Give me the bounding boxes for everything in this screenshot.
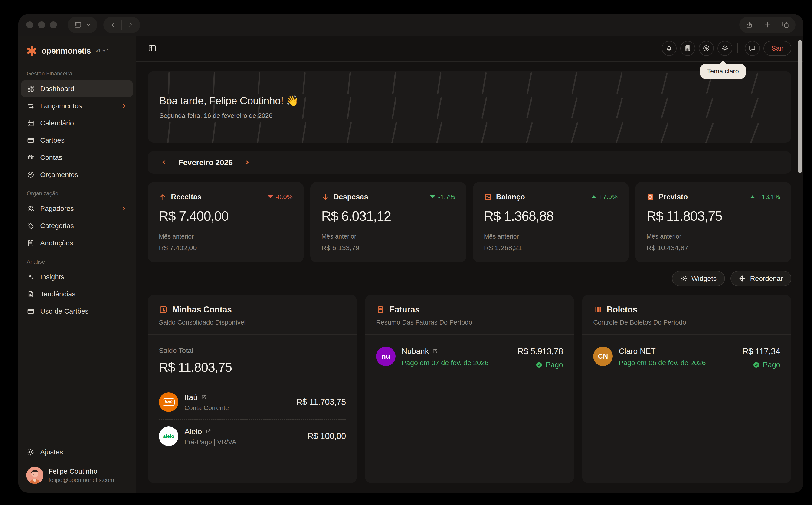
account-name: Alelo	[184, 427, 202, 436]
close-window-button[interactable]	[26, 21, 33, 28]
stat-card-despesas: Despesas -1.7% R$ 6.031,12 Mês anterior …	[310, 182, 466, 263]
widget-subtitle: Controle De Boletos Do Período	[593, 319, 780, 326]
dashboard-grid-icon	[27, 85, 35, 93]
bill-paid-date: Pago em 06 de fev. de 2026	[619, 359, 706, 367]
external-link-icon[interactable]	[205, 428, 211, 435]
invoice-row-nubank: nu Nubank	[376, 347, 563, 369]
sidebar-item-label: Tendências	[40, 290, 75, 298]
app-version: v1.5.1	[95, 48, 110, 54]
stat-title: Previsto	[658, 193, 688, 201]
stat-title: Receitas	[171, 193, 202, 201]
alelo-logo: alelo	[159, 427, 178, 446]
month-selector: Fevereiro 2026	[148, 151, 791, 174]
logout-button[interactable]: Sair	[764, 41, 791, 56]
app-window: openmonetis v1.5.1 Gestão Financeira Das…	[18, 14, 803, 493]
sidebar-item-label: Cartões	[40, 136, 64, 144]
stat-prev-label: Mês anterior	[322, 233, 455, 240]
section-label-analise: Análise	[21, 251, 133, 268]
chevron-right-icon	[120, 205, 127, 212]
stat-prev-value: R$ 6.133,79	[322, 244, 455, 252]
calculator-button[interactable]	[680, 41, 695, 56]
sidebar-item-label: Anotações	[40, 239, 73, 247]
sidebar-item-label: Insights	[40, 273, 64, 281]
sidebar-collapse-icon[interactable]	[148, 44, 157, 53]
widget-subtitle: Saldo Consolidado Disponível	[159, 319, 346, 326]
stat-prev-value: R$ 7.402,00	[159, 244, 293, 252]
sidebar-item-tendencias[interactable]: Tendências	[21, 286, 133, 303]
sidebar-item-orcamentos[interactable]: Orçamentos	[21, 166, 133, 183]
credit-card-icon	[27, 136, 35, 144]
widget-actions: Widgets Reordenar	[148, 271, 791, 286]
topbar-actions: Sair	[658, 41, 791, 56]
stat-prev-label: Mês anterior	[159, 233, 293, 240]
account-value: R$ 11.703,75	[296, 397, 346, 407]
bar-chart-icon	[159, 305, 168, 314]
stat-card-receitas: Receitas -0.0% R$ 7.400,00 Mês anterior …	[148, 182, 304, 263]
sidebar-item-calendario[interactable]: Calendário	[21, 115, 133, 132]
user-email: felipe@openmonetis.com	[48, 477, 114, 483]
sidebar-item-label: Ajustes	[40, 448, 63, 456]
user-profile[interactable]: Felipe Coutinho felipe@openmonetis.com	[21, 461, 133, 486]
sidebar-item-pagadores[interactable]: Pagadores	[21, 200, 133, 217]
calendar-icon	[27, 119, 35, 127]
tab-overview-icon[interactable]	[782, 21, 790, 29]
sidebar-item-label: Categorias	[40, 222, 74, 230]
saldo-total-value: R$ 11.803,75	[159, 360, 346, 375]
sidebar-item-categorias[interactable]: Categorias	[21, 217, 133, 234]
swap-arrows-icon	[27, 102, 35, 110]
triangle-up-icon	[750, 195, 755, 198]
stat-value: R$ 7.400,00	[159, 208, 293, 224]
next-month-button[interactable]	[243, 158, 251, 166]
widget-minhas-contas: Minhas Contas Saldo Consolidado Disponív…	[148, 295, 357, 483]
sidebar-item-label: Dashboard	[40, 85, 74, 93]
reorder-button[interactable]: Reordenar	[731, 271, 791, 286]
minimize-window-button[interactable]	[38, 21, 45, 28]
tag-icon	[27, 222, 35, 230]
zoom-window-button[interactable]	[50, 21, 57, 28]
browser-sidebar-toggle[interactable]	[67, 17, 97, 33]
dashboard-content: Boa tarde, Felipe Coutinho!👋 Segunda-fei…	[136, 61, 803, 493]
widget-title: Faturas	[390, 305, 420, 315]
theme-toggle-button[interactable]	[718, 41, 732, 56]
notifications-button[interactable]	[662, 41, 676, 56]
accounts-list: itaú Itaú	[159, 392, 346, 446]
sidebar-item-lancamentos[interactable]: Lançamentos	[21, 97, 133, 115]
bank-icon	[27, 154, 35, 161]
sidebar-item-cartoes[interactable]: Cartões	[21, 132, 133, 149]
new-tab-icon[interactable]	[764, 21, 771, 29]
external-link-icon[interactable]	[432, 348, 438, 354]
check-circle-icon	[535, 361, 543, 369]
sidebar-item-dashboard[interactable]: Dashboard	[21, 80, 133, 97]
sidebar-item-uso-de-cartoes[interactable]: Uso de Cartões	[21, 303, 133, 320]
app-logo: openmonetis v1.5.1	[21, 39, 133, 63]
stat-change-badge: -0.0%	[268, 193, 293, 201]
back-icon[interactable]	[110, 21, 117, 28]
widget-subtitle: Resumo Das Faturas Do Período	[376, 319, 563, 326]
widgets-button[interactable]: Widgets	[672, 271, 725, 286]
scrollbar-thumb[interactable]	[798, 40, 802, 173]
stat-value: R$ 1.368,88	[484, 208, 618, 224]
divider	[122, 20, 122, 29]
privacy-eye-button[interactable]	[699, 41, 714, 56]
sidebar-item-contas[interactable]: Contas	[21, 149, 133, 166]
users-icon	[27, 205, 35, 212]
sidebar-item-insights[interactable]: Insights	[21, 268, 133, 286]
stat-title: Despesas	[334, 193, 368, 201]
widgets-grid: Minhas Contas Saldo Consolidado Disponív…	[148, 295, 791, 483]
titlebar	[18, 14, 803, 35]
forward-icon[interactable]	[127, 21, 134, 28]
share-icon[interactable]	[745, 21, 753, 29]
account-name: Itaú	[184, 393, 198, 402]
clipboard-icon	[27, 239, 35, 247]
sparkles-icon	[27, 273, 35, 281]
sidebar-item-label: Uso de Cartões	[40, 307, 88, 315]
widget-faturas: Faturas Resumo Das Faturas Do Período nu	[365, 295, 574, 483]
sidebar-item-ajustes[interactable]: Ajustes	[21, 444, 133, 461]
sidebar-item-anotacoes[interactable]: Anotações	[21, 234, 133, 251]
move-icon	[739, 275, 746, 282]
sidebar-item-label: Orçamentos	[40, 171, 78, 179]
stat-change-badge: +7.9%	[591, 193, 618, 201]
feedback-button[interactable]	[745, 41, 760, 56]
previous-month-button[interactable]	[160, 158, 168, 166]
external-link-icon[interactable]	[201, 394, 207, 400]
